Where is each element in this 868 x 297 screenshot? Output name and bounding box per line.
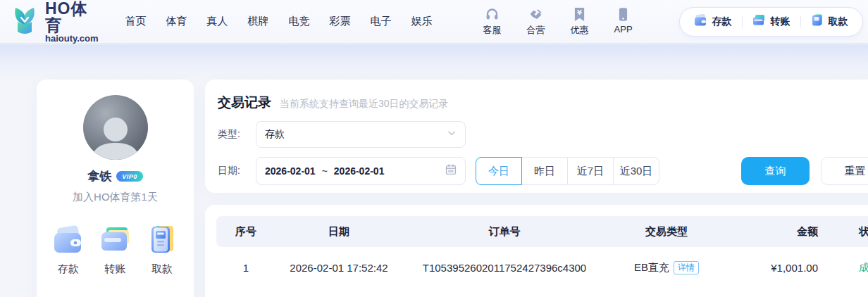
profile-sidebar: 拿铁 VIP0 加入HO体育第1天 存款 转账 取款 个人资料 — [37, 80, 194, 297]
nav-item-esports[interactable]: 电竞 — [289, 15, 310, 28]
promotions-item[interactable]: ¥ 优惠 — [566, 6, 593, 37]
search-button[interactable]: 查询 — [741, 157, 810, 185]
range-30days-button[interactable]: 近30日 — [613, 157, 659, 185]
user-name: 拿铁 — [87, 168, 111, 184]
transaction-table-card: 序号 日期 订单号 交易类型 金额 状态 1 2026-02-01 17:52:… — [205, 205, 868, 297]
withdraw-icon — [146, 225, 178, 258]
reset-button[interactable]: 重置 — [821, 157, 868, 185]
transfer-button[interactable]: 转账 — [752, 14, 790, 29]
phone-icon — [619, 6, 628, 22]
logo-title: HO体育 — [45, 0, 99, 34]
date-to-value: 2026-02-01 — [334, 165, 385, 177]
withdraw-button[interactable]: 取款 — [146, 225, 178, 276]
nav-item-sports[interactable]: 体育 — [166, 15, 187, 28]
col-order-no: 订单号 — [402, 225, 607, 239]
transaction-filter-card: 交易记录 当前系统支持查询最近30日的交易记录 类型: 存款 日期: 2026-… — [205, 80, 868, 193]
utility-label: 优惠 — [571, 24, 589, 37]
col-date: 日期 — [275, 225, 402, 239]
deposit-icon — [52, 225, 85, 258]
site-logo[interactable]: HO体育 haiouty.com — [10, 0, 99, 44]
logo-text: HO体育 haiouty.com — [45, 0, 99, 44]
top-header: HO体育 haiouty.com 首页 体育 真人 棋牌 电竞 彩票 电子 娱乐… — [0, 0, 868, 44]
col-type: 交易类型 — [607, 225, 726, 239]
type-select-value: 存款 — [265, 128, 447, 141]
cell-type: EB直充 详情 — [607, 261, 726, 274]
withdraw-icon — [811, 14, 824, 29]
page-subtitle: 当前系统支持查询最近30日的交易记录 — [280, 98, 449, 110]
cell-index: 1 — [216, 262, 275, 274]
chevron-down-icon — [447, 128, 457, 141]
join-days-text: 加入HO体育第1天 — [37, 191, 194, 204]
divider — [800, 16, 801, 27]
col-status: 状态 — [832, 225, 868, 239]
withdraw-button[interactable]: 取款 — [811, 14, 848, 29]
deposit-button[interactable]: 存款 — [52, 225, 85, 276]
headset-icon — [485, 6, 500, 22]
date-separator: ~ — [322, 165, 328, 177]
nav-item-live[interactable]: 真人 — [207, 15, 228, 28]
quick-action-label: 转账 — [105, 263, 126, 276]
transaction-type-text: EB直充 — [634, 261, 669, 274]
table-row: 1 2026-02-01 17:52:42 T10539526020117524… — [216, 247, 868, 288]
nav-item-slots[interactable]: 电子 — [371, 15, 392, 28]
transfer-button[interactable]: 转账 — [99, 225, 132, 276]
svg-text:¥: ¥ — [577, 8, 582, 16]
wallet-pill: 存款 转账 取款 — [679, 7, 863, 37]
cell-order-no: T1053952602011752427396c4300 — [402, 262, 607, 274]
range-yesterday-button[interactable]: 昨日 — [521, 157, 568, 185]
sidebar-name-row: 拿铁 VIP0 — [37, 168, 194, 184]
date-range-presets: 今日 昨日 近7日 近30日 — [476, 157, 659, 185]
range-7days-button[interactable]: 近7日 — [567, 157, 614, 185]
type-select[interactable]: 存款 — [256, 121, 466, 148]
type-label: 类型: — [218, 128, 246, 141]
nav-item-chess[interactable]: 棋牌 — [248, 15, 269, 28]
avatar — [83, 95, 148, 160]
logo-domain: haiouty.com — [45, 34, 99, 44]
col-index: 序号 — [216, 225, 275, 239]
logo-bird-icon — [10, 5, 39, 39]
coupon-icon: ¥ — [574, 6, 585, 22]
main-nav: 首页 体育 真人 棋牌 电竞 彩票 电子 娱乐 — [125, 15, 433, 28]
detail-link[interactable]: 详情 — [674, 261, 699, 274]
col-amount: 金额 — [726, 225, 832, 239]
page-title: 交易记录 — [218, 94, 271, 112]
wallet-action-label: 取款 — [829, 15, 848, 28]
nav-item-home[interactable]: 首页 — [125, 15, 147, 28]
handshake-icon — [528, 6, 544, 22]
wallet-action-label: 转账 — [771, 15, 790, 28]
wallet-action-label: 存款 — [712, 15, 732, 28]
deposit-icon — [694, 14, 707, 29]
vip-badge: VIP0 — [116, 171, 143, 182]
transfer-icon — [752, 14, 766, 29]
header-gradient-strip — [0, 44, 868, 81]
app-download-item[interactable]: APP — [610, 6, 637, 37]
title-row: 交易记录 当前系统支持查询最近30日的交易记录 — [218, 94, 868, 112]
quick-action-label: 取款 — [151, 263, 173, 276]
quick-action-label: 存款 — [58, 263, 79, 276]
date-from-value: 2026-02-01 — [265, 165, 316, 177]
divider — [742, 16, 743, 27]
utility-label: 客服 — [483, 24, 502, 37]
deposit-button[interactable]: 存款 — [694, 14, 732, 29]
transfer-icon — [99, 225, 132, 258]
date-range-input[interactable]: 2026-02-01 ~ 2026-02-01 — [256, 157, 466, 185]
calendar-icon — [445, 164, 457, 178]
type-filter-row: 类型: 存款 — [218, 121, 868, 148]
date-label: 日期: — [218, 165, 246, 177]
sidebar-quick-actions: 存款 转账 取款 — [37, 225, 194, 276]
utility-label: APP — [614, 24, 633, 34]
cell-date: 2026-02-01 17:52:42 — [275, 262, 402, 274]
range-today-button[interactable]: 今日 — [476, 157, 522, 185]
utility-label: 合营 — [527, 24, 545, 37]
table-header-row: 序号 日期 订单号 交易类型 金额 状态 — [216, 216, 868, 247]
nav-item-entertainment[interactable]: 娱乐 — [411, 15, 433, 28]
cell-status: 成功 — [832, 261, 868, 274]
date-filter-row: 日期: 2026-02-01 ~ 2026-02-01 今日 昨日 近7日 近3… — [218, 157, 868, 185]
nav-item-lottery[interactable]: 彩票 — [330, 15, 351, 28]
utility-menu: 客服 合营 ¥ 优惠 APP — [479, 6, 637, 37]
partnership-item[interactable]: 合营 — [523, 6, 550, 37]
customer-service-item[interactable]: 客服 — [479, 6, 506, 37]
cell-amount: ¥1,001.00 — [726, 262, 832, 274]
